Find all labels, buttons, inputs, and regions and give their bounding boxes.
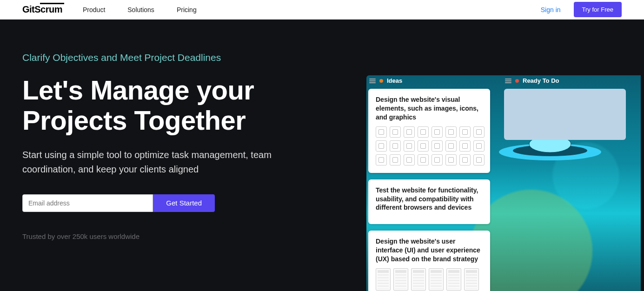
kanban-board: Ideas Design the website's visual elemen… <box>366 75 641 291</box>
wireframe-thumb <box>376 268 391 291</box>
wireframe-thumb <box>411 268 426 291</box>
column-ideas[interactable]: Ideas Design the website's visual elemen… <box>366 75 492 291</box>
hero-eyebrow: Clarify Objectives and Meet Project Dead… <box>22 52 348 63</box>
primary-nav: Product Solutions Pricing <box>83 6 197 13</box>
nav-link-solutions[interactable]: Solutions <box>127 6 154 13</box>
brand-name: GitScrum <box>22 4 62 14</box>
sign-in-link[interactable]: Sign in <box>541 6 561 13</box>
asset-icon <box>418 154 429 165</box>
site-header: GitScrum Product Solutions Pricing Sign … <box>0 0 644 20</box>
status-dot-icon <box>515 79 519 83</box>
card-title: Design the website's visual elements, su… <box>376 95 483 122</box>
asset-icon <box>432 140 443 152</box>
brand-logo[interactable]: GitScrum <box>22 4 62 15</box>
asset-icon <box>473 140 485 152</box>
asset-icon <box>473 154 485 165</box>
get-started-button[interactable]: Get Started <box>153 194 215 212</box>
card-wireframe-grid <box>376 268 483 291</box>
asset-icon <box>459 140 471 152</box>
asset-icon <box>459 154 471 165</box>
wireframe-thumb <box>464 268 479 291</box>
status-dot-icon <box>379 79 383 83</box>
column-ready[interactable]: Ready To Do <box>502 75 628 291</box>
hero-subtitle: Start using a simple tool to optimize ta… <box>22 148 311 177</box>
header-right: Sign in Try for Free <box>541 2 622 17</box>
asset-icon <box>445 154 457 165</box>
asset-icon <box>376 140 387 152</box>
hero-copy: Clarify Objectives and Meet Project Dead… <box>22 52 348 291</box>
asset-icon <box>445 126 457 138</box>
asset-icon <box>473 126 485 138</box>
board-columns: Ideas Design the website's visual elemen… <box>366 75 641 291</box>
asset-icon <box>404 126 415 138</box>
wireframe-thumb <box>393 268 408 291</box>
card[interactable]: Design the website's user interface (UI)… <box>368 231 490 291</box>
email-capture: Get Started <box>22 194 215 212</box>
try-free-button[interactable]: Try for Free <box>574 2 622 17</box>
asset-icon <box>404 154 415 165</box>
hero-section: Clarify Objectives and Meet Project Dead… <box>0 20 644 291</box>
wireframe-thumb <box>429 268 444 291</box>
asset-icon <box>418 126 429 138</box>
nav-link-product[interactable]: Product <box>83 6 105 13</box>
wireframe-thumb <box>446 268 461 291</box>
asset-icon <box>390 126 401 138</box>
card-icon-grid <box>376 126 483 165</box>
header-left: GitScrum Product Solutions Pricing <box>22 4 197 15</box>
drag-handle-icon[interactable] <box>369 79 376 83</box>
hero-illustration: Ideas Design the website's visual elemen… <box>366 52 644 291</box>
card[interactable]: Test the website for functionality, usab… <box>368 179 490 225</box>
cards-container: Design the website's visual elements, su… <box>366 89 492 291</box>
asset-icon <box>376 126 387 138</box>
card-title: Design the website's user interface (UI)… <box>376 237 483 264</box>
asset-icon <box>432 154 443 165</box>
column-header-ready[interactable]: Ready To Do <box>502 75 628 89</box>
card-placeholder[interactable] <box>504 89 626 140</box>
nav-link-pricing[interactable]: Pricing <box>177 6 197 13</box>
asset-icon <box>418 140 429 152</box>
asset-icon <box>445 140 457 152</box>
asset-icon <box>390 140 401 152</box>
asset-icon <box>376 154 387 165</box>
column-label: Ready To Do <box>523 77 559 84</box>
asset-icon <box>459 126 471 138</box>
asset-icon <box>390 154 401 165</box>
trusted-caption: Trusted by over 250k users worldwide <box>22 232 348 240</box>
cards-container <box>502 89 628 140</box>
card-title: Test the website for functionality, usab… <box>376 186 483 212</box>
column-label: Ideas <box>387 77 402 84</box>
asset-icon <box>432 126 443 138</box>
drag-handle-icon[interactable] <box>505 79 511 83</box>
card[interactable]: Design the website's visual elements, su… <box>368 89 490 173</box>
column-header-ideas[interactable]: Ideas <box>366 75 492 89</box>
hero-title: Let's Manage your Projects Together <box>22 75 348 136</box>
email-input[interactable] <box>22 194 153 212</box>
asset-icon <box>404 140 415 152</box>
